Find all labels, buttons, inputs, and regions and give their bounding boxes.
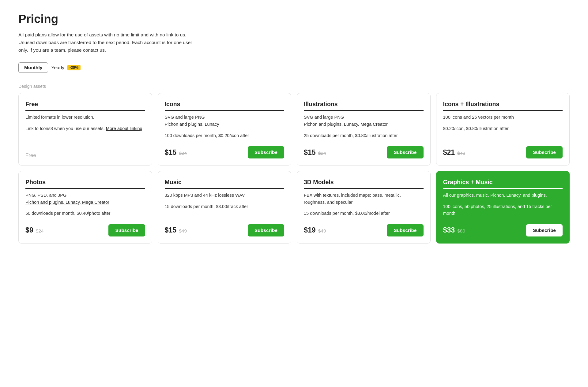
card-music-title: Music (165, 179, 285, 189)
3d-models-price: $19 $49 (304, 226, 326, 234)
card-icons-footer: $15 $24 Subscribe (165, 146, 285, 158)
illustrations-pichon-link[interactable]: Pichon and plugins, Lunacy, Mega Creator (304, 122, 388, 127)
card-free-footer: Free (25, 152, 145, 158)
graphics-music-price-old: $89 (457, 228, 465, 234)
card-3d-models-footer: $19 $49 Subscribe (304, 224, 424, 236)
graphics-music-price-main: $33 (443, 226, 455, 234)
section-label: Design assets (18, 84, 570, 89)
3d-models-price-old: $49 (318, 228, 326, 234)
free-price-label: Free (25, 152, 36, 158)
illustrations-price: $15 $24 (304, 148, 326, 157)
cards-row-2: Photos PNG, PSD, and JPGPichon and plugi… (18, 171, 570, 244)
card-illustrations-desc: SVG and large PNGPichon and plugins, Lun… (304, 114, 424, 139)
photos-price: $9 $24 (25, 226, 44, 234)
card-3d-models-desc: FBX with textures, included maps: base, … (304, 192, 424, 217)
card-music: Music 320 kbps MP3 and 44 kHz lossless W… (158, 171, 292, 244)
card-free-title: Free (25, 101, 145, 111)
icons-subscribe-btn[interactable]: Subscribe (248, 146, 284, 158)
card-free: Free Limited formats in lower resolution… (18, 93, 152, 166)
icons-pichon-link[interactable]: Pichon and plugins, Lunacy (165, 122, 219, 127)
billing-toggle: Monthly Yearly -20% (18, 62, 570, 73)
music-price-old: $49 (179, 228, 187, 234)
3d-models-price-main: $19 (304, 226, 316, 234)
card-graphics-music-desc: All our graphics, music, Pichon, Lunacy,… (443, 192, 563, 217)
card-icons-title: Icons (165, 101, 285, 111)
icons-price: $15 $24 (165, 148, 187, 157)
card-graphics-music-footer: $33 $89 Subscribe (443, 224, 563, 236)
card-3d-models: 3D Models FBX with textures, included ma… (297, 171, 431, 244)
illustrations-price-old: $24 (318, 151, 326, 156)
cards-row-1: Free Limited formats in lower resolution… (18, 93, 570, 166)
card-icons-illustrations-title: Icons + Illustrations (443, 101, 563, 111)
photos-price-main: $9 (25, 226, 33, 234)
card-icons-illustrations-desc: 100 icons and 25 vectors per month $0.20… (443, 114, 563, 139)
card-photos-desc: PNG, PSD, and JPGPichon and plugins, Lun… (25, 192, 145, 217)
card-photos: Photos PNG, PSD, and JPGPichon and plugi… (18, 171, 152, 244)
card-icons-desc: SVG and large PNGPichon and plugins, Lun… (165, 114, 285, 139)
3d-models-subscribe-btn[interactable]: Subscribe (387, 224, 423, 236)
card-illustrations-footer: $15 $24 Subscribe (304, 146, 424, 158)
card-music-footer: $15 $49 Subscribe (165, 224, 285, 236)
page-title: Pricing (18, 12, 570, 26)
contact-link[interactable]: contact us (83, 47, 105, 53)
icons-illustrations-price: $21 $48 (443, 148, 466, 157)
icons-price-main: $15 (165, 148, 177, 157)
graphics-music-price: $33 $89 (443, 226, 466, 234)
music-price: $15 $49 (165, 226, 187, 234)
music-subscribe-btn[interactable]: Subscribe (248, 224, 284, 236)
card-illustrations-title: Illustrations (304, 101, 424, 111)
card-free-desc: Limited formats in lower resolution. Lin… (25, 114, 145, 145)
card-icons-illustrations-footer: $21 $48 Subscribe (443, 146, 563, 158)
discount-badge: -20% (67, 65, 81, 70)
card-icons-illustrations: Icons + Illustrations 100 icons and 25 v… (436, 93, 570, 166)
graphics-music-subscribe-btn[interactable]: Subscribe (526, 224, 563, 236)
card-graphics-music: Graphics + Music All our graphics, music… (436, 171, 570, 244)
icons-illustrations-price-main: $21 (443, 148, 455, 157)
icons-illustrations-subscribe-btn[interactable]: Subscribe (526, 146, 563, 158)
monthly-toggle-btn[interactable]: Monthly (18, 62, 48, 73)
photos-subscribe-btn[interactable]: Subscribe (108, 224, 145, 236)
illustrations-price-main: $15 (304, 148, 316, 157)
graphics-music-pichon-link[interactable]: Pichon, Lunacy, and plugins. (490, 193, 547, 198)
icons-price-old: $24 (179, 151, 187, 156)
music-price-main: $15 (165, 226, 177, 234)
card-music-desc: 320 kbps MP3 and 44 kHz lossless WAV 15 … (165, 192, 285, 217)
card-illustrations: Illustrations SVG and large PNGPichon an… (297, 93, 431, 166)
yearly-toggle-label: Yearly (51, 65, 64, 70)
more-about-linking-link[interactable]: More about linking (106, 126, 142, 131)
photos-price-old: $24 (36, 228, 44, 234)
card-photos-footer: $9 $24 Subscribe (25, 224, 145, 236)
card-graphics-music-title: Graphics + Music (443, 179, 563, 189)
page-subtitle: All paid plans allow for the use of asse… (18, 31, 196, 54)
illustrations-subscribe-btn[interactable]: Subscribe (387, 146, 423, 158)
card-3d-models-title: 3D Models (304, 179, 424, 189)
card-photos-title: Photos (25, 179, 145, 189)
photos-pichon-link[interactable]: Pichon and plugins, Lunacy, Mega Creator (25, 200, 109, 205)
icons-illustrations-price-old: $48 (457, 151, 465, 156)
card-icons: Icons SVG and large PNGPichon and plugin… (158, 93, 292, 166)
